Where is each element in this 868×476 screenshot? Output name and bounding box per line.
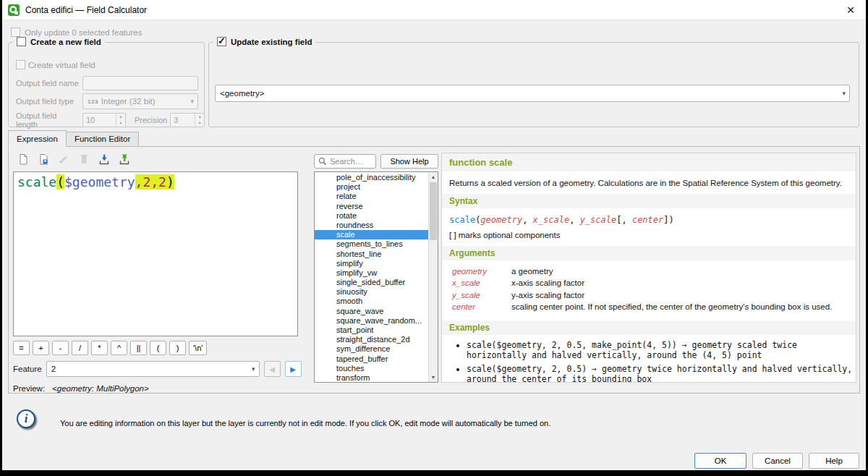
output-field-name-label: Output field name <box>16 79 80 88</box>
export-expressions-icon[interactable] <box>116 151 133 167</box>
ok-button[interactable]: OK <box>694 453 746 469</box>
function-list-items: pole_of_inaccessibilityprojectrelatereve… <box>315 173 428 383</box>
search-icon <box>318 157 327 166</box>
function-list-item[interactable]: simplify_vw <box>315 268 428 278</box>
operator-button[interactable]: ) <box>169 341 186 355</box>
scroll-up-icon[interactable]: ▲ <box>429 172 438 182</box>
tab-expression[interactable]: Expression <box>8 130 67 147</box>
operator-button[interactable]: '\n' <box>189 341 207 355</box>
function-list-item[interactable]: rotate <box>315 211 428 221</box>
expression-tab-panel: scale($geometry,2,2) =+-/*^||()'\n' Feat… <box>8 146 860 394</box>
close-icon[interactable]: × <box>841 3 860 17</box>
update-existing-field-header[interactable]: ✓ Update existing field <box>213 37 315 46</box>
update-existing-field-group: ✓ Update existing field <geometry> ▾ <box>208 42 859 127</box>
operator-button[interactable]: - <box>52 341 69 355</box>
tab-bar: Expression Function Editor <box>8 130 138 147</box>
argument-row: geometry a geometry <box>452 266 848 278</box>
function-list-item[interactable]: relate <box>315 192 428 201</box>
create-new-field-header[interactable]: Create a new field <box>13 37 105 46</box>
help-button[interactable]: Help <box>809 453 859 469</box>
function-list-item[interactable]: start_point <box>315 326 428 335</box>
scrollbar-thumb[interactable] <box>430 182 437 240</box>
example-code: scale($geometry, 2, 0.5) <box>467 364 587 374</box>
argument-description: y-axis scaling factor <box>511 290 584 302</box>
argument-description: scaling center point. If not specified, … <box>511 302 832 313</box>
expression-editor[interactable]: scale($geometry,2,2) <box>13 171 298 336</box>
operator-button[interactable]: = <box>13 341 30 355</box>
only-update-selected-checkbox[interactable]: Only update 0 selected features <box>11 27 142 37</box>
operator-button[interactable]: ( <box>150 341 166 355</box>
function-list-item[interactable]: shortest_line <box>315 250 428 259</box>
function-list-item[interactable]: sinuosity <box>315 287 428 297</box>
function-list-item[interactable]: project <box>315 182 428 192</box>
operator-button[interactable]: / <box>72 341 88 355</box>
spin-up-icon[interactable]: ▲ <box>195 114 204 120</box>
function-list-item[interactable]: straight_distance_2d <box>315 335 428 344</box>
help-examples-heading: Examples <box>442 320 856 335</box>
expression-token: ) <box>166 174 174 190</box>
spinner-buttons[interactable]: ▲ ▼ <box>116 114 125 127</box>
import-expressions-icon[interactable] <box>95 151 113 167</box>
function-list-item[interactable]: single_sided_buffer <box>315 278 428 287</box>
preview-value: <geometry: MultiPolygon> <box>52 384 149 393</box>
operator-button[interactable]: * <box>91 341 108 355</box>
function-list-item[interactable]: simplify <box>315 259 428 268</box>
expression-token: $geometry <box>64 174 135 190</box>
argument-name: y_scale <box>452 290 511 302</box>
remove-expression-icon[interactable] <box>75 151 93 167</box>
output-field-type-select[interactable]: 123 Integer (32 bit) ▾ <box>82 93 198 109</box>
function-list-item[interactable]: scale <box>315 230 428 239</box>
expression-toolbar <box>14 151 133 167</box>
function-list-item[interactable]: smooth <box>315 297 428 306</box>
previous-feature-button[interactable]: ◀ <box>264 361 281 377</box>
function-list-item[interactable]: pole_of_inaccessibility <box>315 173 428 182</box>
function-list-item[interactable]: touches <box>315 364 428 373</box>
edit-expression-icon[interactable] <box>55 151 72 167</box>
preview-label: Preview: <box>13 384 45 393</box>
argument-description: x-axis scaling factor <box>511 278 584 289</box>
help-optional-note: [ ] marks optional components <box>442 228 856 246</box>
spin-up-icon[interactable]: ▲ <box>116 114 125 120</box>
function-list-item[interactable]: sym_difference <box>315 344 428 354</box>
function-list-item[interactable]: square_wave <box>315 307 428 316</box>
operator-button[interactable]: + <box>33 341 49 355</box>
function-list-item[interactable]: square_wave_random... <box>315 316 428 326</box>
output-field-length-spinbox[interactable]: 10 ▲ ▼ <box>82 113 126 127</box>
show-help-button[interactable]: Show Help <box>380 154 438 169</box>
spin-down-icon[interactable]: ▼ <box>195 120 204 127</box>
function-list-item[interactable]: roundness <box>315 221 428 230</box>
function-list-item[interactable]: transform <box>315 373 428 383</box>
function-list-item[interactable]: reverse <box>315 202 428 211</box>
scroll-down-icon[interactable]: ▼ <box>429 373 438 382</box>
save-expression-icon[interactable] <box>35 151 52 167</box>
existing-field-select[interactable]: <geometry> ▾ <box>215 85 850 102</box>
function-list-item[interactable]: segments_to_lines <box>315 239 428 249</box>
existing-field-value: <geometry> <box>220 89 264 98</box>
output-field-length-value: 10 <box>83 114 116 127</box>
output-field-name-input[interactable] <box>82 76 198 90</box>
checkbox-checked-icon[interactable]: ✓ <box>217 37 226 46</box>
argument-row: y_scale y-axis scaling factor <box>452 290 848 302</box>
check-mark-icon: ✓ <box>218 35 226 46</box>
function-list-item[interactable]: tapered_buffer <box>315 354 428 364</box>
new-expression-icon[interactable] <box>14 151 32 167</box>
feature-select[interactable]: 2 ▾ <box>46 361 260 377</box>
checkbox-unchecked-icon[interactable] <box>16 60 25 69</box>
tab-function-editor[interactable]: Function Editor <box>66 132 139 147</box>
help-arguments-heading: Arguments <box>442 246 856 260</box>
search-input[interactable]: Search… <box>314 154 376 169</box>
function-list-scrollbar[interactable]: ▲ ▼ <box>428 172 438 382</box>
spinner-buttons[interactable]: ▲ ▼ <box>195 114 204 127</box>
next-feature-button[interactable]: ▶ <box>285 361 302 377</box>
precision-spinbox[interactable]: 3 ▲ ▼ <box>170 113 205 127</box>
search-placeholder: Search… <box>330 157 363 166</box>
feature-navigation: Feature 2 ▾ ◀ ▶ <box>13 361 302 377</box>
help-description: Returns a scaled version of a geometry. … <box>442 171 856 194</box>
info-glyph: i <box>25 412 28 426</box>
qgis-logo-icon <box>8 4 20 16</box>
cancel-button[interactable]: Cancel <box>752 453 803 469</box>
checkbox-unchecked-icon[interactable] <box>17 37 26 46</box>
operator-button[interactable]: || <box>130 341 147 355</box>
operator-button[interactable]: ^ <box>111 341 127 355</box>
spin-down-icon[interactable]: ▼ <box>116 120 125 127</box>
